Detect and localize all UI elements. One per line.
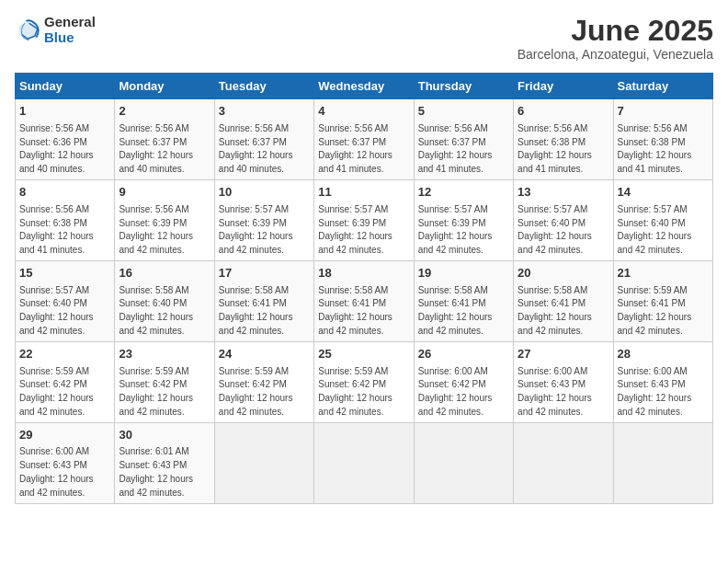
daylight-info: Daylight: 12 hours and 42 minutes. [119,231,193,255]
col-header-monday: Monday [115,74,214,99]
sunrise-info: Sunrise: 5:56 AM [119,123,188,133]
daylight-info: Daylight: 12 hours and 42 minutes. [518,393,592,417]
day-cell: 4 Sunrise: 5:56 AM Sunset: 6:37 PM Dayli… [314,99,414,180]
calendar-table: SundayMondayTuesdayWednesdayThursdayFrid… [15,73,713,504]
daylight-info: Daylight: 12 hours and 41 minutes. [618,150,692,174]
sunrise-info: Sunrise: 5:58 AM [518,285,587,295]
day-cell: 5 Sunrise: 5:56 AM Sunset: 6:37 PM Dayli… [414,99,513,180]
day-number: 19 [418,265,509,282]
sunrise-info: Sunrise: 5:59 AM [19,366,89,376]
sunrise-info: Sunrise: 6:00 AM [19,446,89,456]
logo-blue: Blue [44,30,96,46]
col-header-wednesday: Wednesday [314,74,414,99]
sunrise-info: Sunrise: 5:56 AM [119,204,188,214]
day-number: 17 [219,265,310,282]
week-row-5: 22 Sunrise: 5:59 AM Sunset: 6:42 PM Dayl… [16,341,713,422]
week-row-4: 15 Sunrise: 5:57 AM Sunset: 6:40 PM Dayl… [16,261,713,342]
day-number: 2 [119,103,210,120]
calendar-subtitle: Barcelona, Anzoategui, Venezuela [518,47,713,62]
daylight-info: Daylight: 12 hours and 42 minutes. [618,231,692,255]
day-number: 5 [418,103,509,120]
day-cell: 18 Sunrise: 5:58 AM Sunset: 6:41 PM Dayl… [314,261,414,342]
day-number: 23 [119,346,210,362]
day-number: 27 [518,346,609,362]
day-cell: 22 Sunrise: 5:59 AM Sunset: 6:42 PM Dayl… [16,341,115,422]
daylight-info: Daylight: 12 hours and 42 minutes. [618,393,692,417]
sunset-info: Sunset: 6:43 PM [518,379,586,389]
day-cell: 15 Sunrise: 5:57 AM Sunset: 6:40 PM Dayl… [16,261,115,342]
sunset-info: Sunset: 6:41 PM [219,298,287,308]
day-number: 30 [119,427,210,443]
sunset-info: Sunset: 6:43 PM [119,460,187,470]
day-number: 22 [19,346,110,362]
day-cell: 27 Sunrise: 6:00 AM Sunset: 6:43 PM Dayl… [514,341,613,422]
daylight-info: Daylight: 12 hours and 42 minutes. [518,231,592,255]
day-number: 10 [219,184,310,201]
day-cell: 16 Sunrise: 5:58 AM Sunset: 6:40 PM Dayl… [115,261,214,342]
sunrise-info: Sunrise: 5:56 AM [518,123,587,133]
day-cell [314,422,414,503]
col-header-tuesday: Tuesday [214,74,313,99]
daylight-info: Daylight: 12 hours and 41 minutes. [418,150,493,174]
day-cell: 28 Sunrise: 6:00 AM Sunset: 6:43 PM Dayl… [613,341,712,422]
day-cell: 30 Sunrise: 6:01 AM Sunset: 6:43 PM Dayl… [115,422,214,503]
day-cell: 14 Sunrise: 5:57 AM Sunset: 6:40 PM Dayl… [613,180,712,261]
sunset-info: Sunset: 6:38 PM [518,137,586,147]
daylight-info: Daylight: 12 hours and 42 minutes. [418,312,493,336]
day-cell: 25 Sunrise: 5:59 AM Sunset: 6:42 PM Dayl… [314,341,414,422]
sunset-info: Sunset: 6:41 PM [618,298,686,308]
day-number: 3 [219,103,310,120]
daylight-info: Daylight: 12 hours and 42 minutes. [418,393,493,417]
daylight-info: Daylight: 12 hours and 40 minutes. [119,150,193,174]
sunrise-info: Sunrise: 5:56 AM [19,204,89,214]
sunset-info: Sunset: 6:37 PM [318,137,386,147]
logo-text: General Blue [44,15,96,45]
daylight-info: Daylight: 12 hours and 42 minutes. [618,312,692,336]
day-number: 25 [318,346,409,362]
sunrise-info: Sunrise: 5:58 AM [418,285,488,295]
day-cell: 6 Sunrise: 5:56 AM Sunset: 6:38 PM Dayli… [514,99,613,180]
day-number: 7 [618,103,709,120]
daylight-info: Daylight: 12 hours and 41 minutes. [318,150,392,174]
day-cell: 12 Sunrise: 5:57 AM Sunset: 6:39 PM Dayl… [414,180,513,261]
day-number: 11 [318,184,409,201]
day-number: 15 [19,265,110,282]
day-number: 14 [618,184,709,201]
day-number: 12 [418,184,509,201]
sunrise-info: Sunrise: 5:57 AM [219,204,289,214]
col-header-friday: Friday [514,74,613,99]
daylight-info: Daylight: 12 hours and 42 minutes. [418,231,493,255]
daylight-info: Daylight: 12 hours and 42 minutes. [518,312,592,336]
sunset-info: Sunset: 6:36 PM [19,137,87,147]
sunset-info: Sunset: 6:42 PM [19,379,87,389]
day-cell: 21 Sunrise: 5:59 AM Sunset: 6:41 PM Dayl… [613,261,712,342]
header-row: SundayMondayTuesdayWednesdayThursdayFrid… [16,74,713,99]
sunrise-info: Sunrise: 5:59 AM [119,366,188,376]
day-cell: 11 Sunrise: 5:57 AM Sunset: 6:39 PM Dayl… [314,180,414,261]
sunset-info: Sunset: 6:39 PM [219,218,287,228]
day-cell: 26 Sunrise: 6:00 AM Sunset: 6:42 PM Dayl… [414,341,513,422]
daylight-info: Daylight: 12 hours and 42 minutes. [318,312,392,336]
sunset-info: Sunset: 6:42 PM [219,379,287,389]
sunrise-info: Sunrise: 5:56 AM [19,123,89,133]
sunrise-info: Sunrise: 6:01 AM [119,446,188,456]
col-header-sunday: Sunday [16,74,115,99]
day-cell: 20 Sunrise: 5:58 AM Sunset: 6:41 PM Dayl… [514,261,613,342]
daylight-info: Daylight: 12 hours and 42 minutes. [19,474,94,498]
sunset-info: Sunset: 6:37 PM [219,137,287,147]
sunset-info: Sunset: 6:41 PM [418,298,486,308]
day-cell: 24 Sunrise: 5:59 AM Sunset: 6:42 PM Dayl… [214,341,313,422]
daylight-info: Daylight: 12 hours and 42 minutes. [119,393,193,417]
daylight-info: Daylight: 12 hours and 42 minutes. [19,393,94,417]
sunset-info: Sunset: 6:42 PM [318,379,386,389]
sunrise-info: Sunrise: 5:58 AM [219,285,289,295]
title-area: June 2025 Barcelona, Anzoategui, Venezue… [518,15,713,62]
sunset-info: Sunset: 6:42 PM [119,379,187,389]
daylight-info: Daylight: 12 hours and 42 minutes. [219,231,293,255]
day-cell: 23 Sunrise: 5:59 AM Sunset: 6:42 PM Dayl… [115,341,214,422]
sunrise-info: Sunrise: 5:57 AM [19,285,89,295]
sunset-info: Sunset: 6:37 PM [119,137,187,147]
day-number: 6 [518,103,609,120]
week-row-6: 29 Sunrise: 6:00 AM Sunset: 6:43 PM Dayl… [16,422,713,503]
calendar-title: June 2025 [518,15,713,47]
